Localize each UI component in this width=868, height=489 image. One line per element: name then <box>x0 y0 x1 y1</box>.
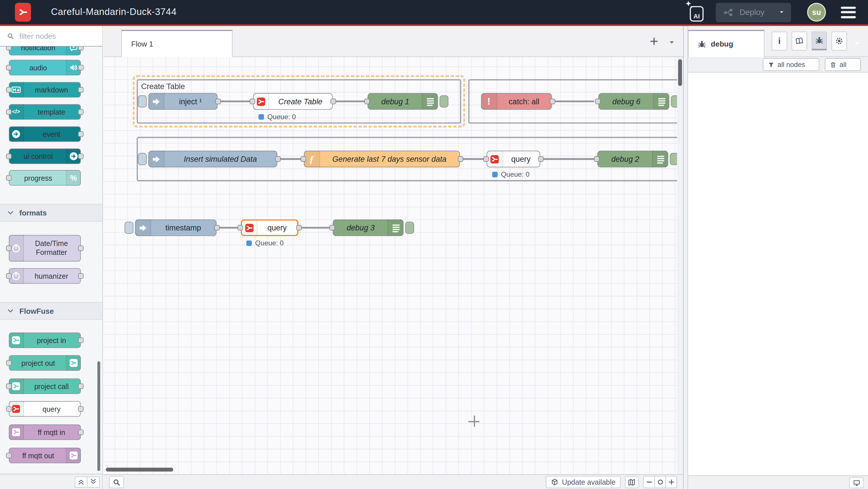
output-port[interactable] <box>78 406 84 412</box>
debug-toggle-button[interactable] <box>439 95 448 108</box>
palette-scrollbar[interactable] <box>97 361 100 471</box>
palette-node-notification[interactable]: notification <box>9 47 81 55</box>
expand-all-categories-button[interactable] <box>87 477 100 488</box>
palette-node-project-call[interactable]: project call <box>9 378 81 394</box>
node-body[interactable]: debug 3 <box>333 220 404 236</box>
output-port[interactable] <box>78 87 84 92</box>
palette-filter-input[interactable] <box>19 31 90 41</box>
input-port[interactable] <box>6 406 11 412</box>
sidebar-tab-debug[interactable] <box>811 32 827 51</box>
debug-toggle-button[interactable] <box>405 222 414 234</box>
input-port[interactable] <box>6 246 11 251</box>
update-available-button[interactable]: Update available <box>546 476 621 488</box>
output-port[interactable] <box>78 273 84 279</box>
node-debug-2-8[interactable]: debug 2 <box>597 151 668 168</box>
node-body[interactable]: debug 1 <box>368 93 438 110</box>
node-query-10[interactable]: queryQueue: 0 <box>241 220 299 236</box>
sidebar-tab-config[interactable] <box>832 32 847 51</box>
palette-scroll-area[interactable]: notificationaudiomarkdown</>templateeven… <box>0 47 102 474</box>
tab-debug[interactable]: debug <box>688 30 764 57</box>
output-port[interactable] <box>78 153 84 159</box>
collapse-all-categories-button[interactable] <box>74 477 87 488</box>
deploy-button[interactable]: Deploy <box>716 3 791 22</box>
palette-node-ui-control[interactable]: ui control <box>9 148 81 164</box>
flow-canvas[interactable]: Create Table inject ¹Create TableQueue: … <box>104 57 683 474</box>
sidebar-tab-help[interactable] <box>792 32 807 51</box>
canvas-horizontal-scrollbar[interactable] <box>105 468 173 472</box>
input-port[interactable] <box>6 360 11 366</box>
palette-node-query[interactable]: query <box>9 401 81 416</box>
input-port[interactable] <box>6 109 11 115</box>
output-port[interactable] <box>296 225 302 230</box>
node-debug-3-11[interactable]: debug 3 <box>333 220 404 236</box>
zoom-out-button[interactable] <box>643 476 655 488</box>
input-port[interactable] <box>6 175 11 180</box>
input-port[interactable] <box>6 153 11 159</box>
palette-node-ff-mqtt-in[interactable]: ff mqtt in <box>9 424 81 440</box>
output-port[interactable] <box>330 98 336 104</box>
flow-list-menu-button[interactable] <box>668 39 675 46</box>
output-port[interactable] <box>458 156 463 162</box>
output-port[interactable] <box>215 98 221 104</box>
input-port[interactable] <box>6 273 11 279</box>
output-port[interactable] <box>550 98 555 104</box>
output-port[interactable] <box>275 156 280 162</box>
node-debug-6-4[interactable]: debug 6 <box>598 93 670 110</box>
input-port[interactable] <box>329 225 335 230</box>
input-port[interactable] <box>594 156 599 162</box>
debug-toggle-button[interactable] <box>670 153 677 165</box>
output-port[interactable] <box>78 383 84 389</box>
palette-node-template[interactable]: </>template <box>9 104 81 120</box>
user-avatar[interactable]: su <box>807 3 826 22</box>
node-timestamp-9[interactable]: timestamp <box>135 220 216 236</box>
node-catch-all-3[interactable]: !catch: all <box>481 93 552 110</box>
ai-assistant-button[interactable]: AI <box>685 2 704 23</box>
output-port[interactable] <box>78 65 84 70</box>
palette-node-date-time-formatter[interactable]: Date/Time Formatter <box>9 235 81 262</box>
palette-node-progress[interactable]: %progress <box>9 170 81 185</box>
node-body[interactable]: query <box>241 220 299 236</box>
palette-node-event[interactable]: event <box>9 126 81 142</box>
canvas-vertical-scrollbar[interactable] <box>678 59 682 86</box>
node-inject-0[interactable]: inject ¹ <box>148 93 218 110</box>
sidebar-splitter[interactable] <box>683 26 688 489</box>
debug-clear-button[interactable]: all <box>825 58 861 71</box>
node-debug-1-2[interactable]: debug 1 <box>368 93 438 110</box>
input-port[interactable] <box>364 98 370 104</box>
canvas-search-button[interactable] <box>109 476 124 488</box>
flowfuse-logo-icon[interactable] <box>15 3 31 22</box>
output-port[interactable] <box>78 131 84 137</box>
node-body[interactable]: ƒGenerate last 7 days sensor data <box>304 151 460 168</box>
node-body[interactable]: debug 6 <box>598 93 670 110</box>
node-body[interactable]: !catch: all <box>481 93 552 110</box>
node-body[interactable]: inject ¹ <box>148 93 218 110</box>
output-port[interactable] <box>78 109 84 115</box>
open-in-window-button[interactable] <box>849 477 863 488</box>
debug-messages-panel[interactable] <box>688 73 868 476</box>
input-port[interactable] <box>6 47 11 51</box>
zoom-in-button[interactable] <box>665 476 677 488</box>
palette-node-project-in[interactable]: project in <box>9 333 81 348</box>
output-port[interactable] <box>78 47 84 51</box>
palette-node-audio[interactable]: audio <box>9 60 81 75</box>
input-port[interactable] <box>6 453 11 458</box>
navigator-toggle-button[interactable] <box>625 476 639 488</box>
debug-filter-button[interactable]: all nodes <box>763 58 819 71</box>
deploy-caret-icon[interactable] <box>779 9 784 15</box>
palette-node-project-out[interactable]: project out <box>9 355 81 371</box>
input-port[interactable] <box>595 98 600 104</box>
output-port[interactable] <box>78 337 84 343</box>
node-body[interactable]: Create Table <box>253 93 333 110</box>
palette-category-formats[interactable]: formats <box>0 204 102 222</box>
add-flow-button[interactable] <box>649 36 659 46</box>
sidebar-menu-button[interactable] <box>854 40 861 47</box>
tab-flow-1[interactable]: Flow 1 <box>121 30 232 57</box>
node-generate-last-7-days-sensor-data-6[interactable]: ƒGenerate last 7 days sensor data <box>304 151 460 168</box>
input-port[interactable] <box>6 383 11 389</box>
input-port[interactable] <box>484 156 489 162</box>
node-body[interactable]: Insert simulated Data <box>148 151 277 168</box>
node-body[interactable]: debug 2 <box>597 151 668 168</box>
input-port[interactable] <box>6 87 11 92</box>
input-port[interactable] <box>301 156 306 162</box>
output-port[interactable] <box>78 430 84 435</box>
